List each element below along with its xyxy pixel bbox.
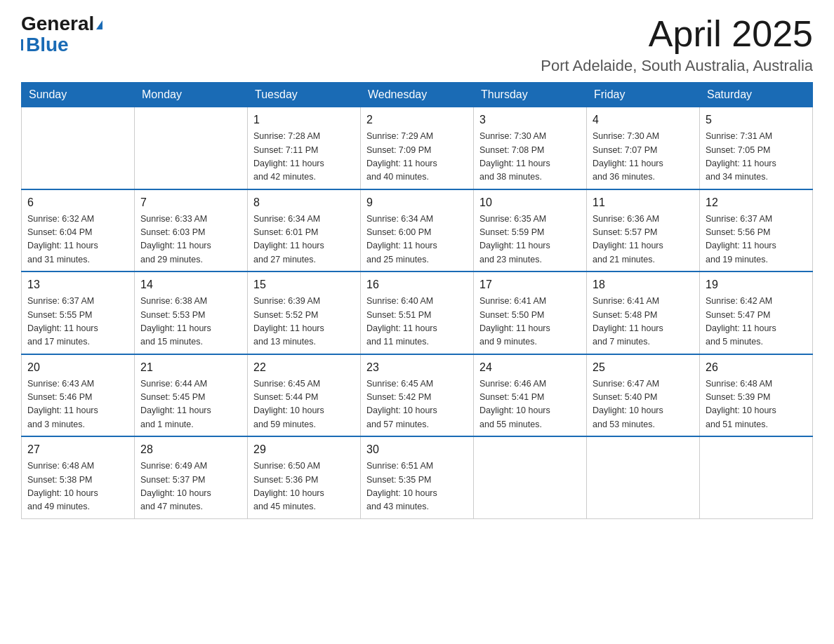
calendar-day-21: 21Sunrise: 6:44 AM Sunset: 5:45 PM Dayli… <box>135 354 248 437</box>
day-number: 5 <box>706 112 807 128</box>
day-info: Sunrise: 6:41 AM Sunset: 5:50 PM Dayligh… <box>479 295 581 349</box>
calendar-day-14: 14Sunrise: 6:38 AM Sunset: 5:53 PM Dayli… <box>135 271 248 354</box>
day-number: 1 <box>253 112 355 128</box>
logo: General Blue <box>21 14 102 56</box>
day-info: Sunrise: 7:30 AM Sunset: 7:07 PM Dayligh… <box>593 130 694 185</box>
calendar-day-7: 7Sunrise: 6:33 AM Sunset: 6:03 PM Daylig… <box>135 189 248 272</box>
weekday-header-row: SundayMondayTuesdayWednesdayThursdayFrid… <box>22 83 813 107</box>
calendar-day-26: 26Sunrise: 6:48 AM Sunset: 5:39 PM Dayli… <box>700 354 813 437</box>
day-info: Sunrise: 6:38 AM Sunset: 5:53 PM Dayligh… <box>140 295 241 349</box>
weekday-header-monday: Monday <box>135 83 248 107</box>
day-number: 12 <box>706 194 807 211</box>
day-number: 10 <box>479 194 581 211</box>
day-number: 2 <box>366 112 468 128</box>
day-number: 4 <box>593 112 694 128</box>
logo-triangle-icon <box>96 20 102 29</box>
day-info: Sunrise: 6:40 AM Sunset: 5:51 PM Dayligh… <box>366 295 468 349</box>
location-title: Port Adelaide, South Australia, Australi… <box>541 57 813 75</box>
title-block: April 2025 Port Adelaide, South Australi… <box>541 14 813 75</box>
calendar-day-28: 28Sunrise: 6:49 AM Sunset: 5:37 PM Dayli… <box>135 436 248 518</box>
calendar-day-8: 8Sunrise: 6:34 AM Sunset: 6:01 PM Daylig… <box>248 189 361 272</box>
calendar-day-15: 15Sunrise: 6:39 AM Sunset: 5:52 PM Dayli… <box>248 271 361 354</box>
calendar-day-18: 18Sunrise: 6:41 AM Sunset: 5:48 PM Dayli… <box>587 271 700 354</box>
calendar-day-24: 24Sunrise: 6:46 AM Sunset: 5:41 PM Dayli… <box>474 354 587 437</box>
calendar-day-30: 30Sunrise: 6:51 AM Sunset: 5:35 PM Dayli… <box>361 436 474 518</box>
day-info: Sunrise: 7:28 AM Sunset: 7:11 PM Dayligh… <box>253 130 355 185</box>
day-info: Sunrise: 6:49 AM Sunset: 5:37 PM Dayligh… <box>140 459 241 514</box>
day-number: 13 <box>27 276 128 293</box>
month-title: April 2025 <box>541 14 813 54</box>
day-info: Sunrise: 6:37 AM Sunset: 5:56 PM Dayligh… <box>706 213 807 267</box>
day-info: Sunrise: 6:37 AM Sunset: 5:55 PM Dayligh… <box>27 295 128 349</box>
calendar-empty-cell <box>22 107 135 189</box>
day-number: 14 <box>140 276 241 293</box>
day-info: Sunrise: 6:33 AM Sunset: 6:03 PM Dayligh… <box>140 213 241 267</box>
calendar-day-13: 13Sunrise: 6:37 AM Sunset: 5:55 PM Dayli… <box>22 271 135 354</box>
calendar-day-2: 2Sunrise: 7:29 AM Sunset: 7:09 PM Daylig… <box>361 107 474 189</box>
calendar-day-6: 6Sunrise: 6:32 AM Sunset: 6:04 PM Daylig… <box>22 189 135 272</box>
calendar-day-19: 19Sunrise: 6:42 AM Sunset: 5:47 PM Dayli… <box>700 271 813 354</box>
day-info: Sunrise: 6:32 AM Sunset: 6:04 PM Dayligh… <box>27 213 128 267</box>
day-number: 28 <box>140 441 241 458</box>
calendar-table: SundayMondayTuesdayWednesdayThursdayFrid… <box>21 82 813 519</box>
day-number: 16 <box>366 276 468 293</box>
calendar-day-23: 23Sunrise: 6:45 AM Sunset: 5:42 PM Dayli… <box>361 354 474 437</box>
logo-blue: Blue <box>26 34 69 56</box>
calendar-empty-cell <box>587 436 700 518</box>
day-info: Sunrise: 6:46 AM Sunset: 5:41 PM Dayligh… <box>479 377 581 432</box>
day-number: 15 <box>253 276 355 293</box>
weekday-header-saturday: Saturday <box>700 83 813 107</box>
day-info: Sunrise: 6:36 AM Sunset: 5:57 PM Dayligh… <box>593 213 694 267</box>
calendar-week-row: 1Sunrise: 7:28 AM Sunset: 7:11 PM Daylig… <box>22 107 813 189</box>
calendar-day-11: 11Sunrise: 6:36 AM Sunset: 5:57 PM Dayli… <box>587 189 700 272</box>
day-info: Sunrise: 6:48 AM Sunset: 5:39 PM Dayligh… <box>706 377 807 432</box>
weekday-header-sunday: Sunday <box>22 83 135 107</box>
day-info: Sunrise: 6:35 AM Sunset: 5:59 PM Dayligh… <box>479 213 581 267</box>
day-number: 26 <box>706 359 807 376</box>
calendar-day-27: 27Sunrise: 6:48 AM Sunset: 5:38 PM Dayli… <box>22 436 135 518</box>
day-info: Sunrise: 6:47 AM Sunset: 5:40 PM Dayligh… <box>593 377 694 432</box>
calendar-day-10: 10Sunrise: 6:35 AM Sunset: 5:59 PM Dayli… <box>474 189 587 272</box>
day-info: Sunrise: 6:43 AM Sunset: 5:46 PM Dayligh… <box>27 377 128 432</box>
day-number: 23 <box>366 359 468 376</box>
calendar-empty-cell <box>135 107 248 189</box>
page-header: General Blue April 2025 Port Adelaide, S… <box>21 14 813 75</box>
calendar-day-25: 25Sunrise: 6:47 AM Sunset: 5:40 PM Dayli… <box>587 354 700 437</box>
day-number: 7 <box>140 194 241 211</box>
day-number: 8 <box>253 194 355 211</box>
calendar-day-12: 12Sunrise: 6:37 AM Sunset: 5:56 PM Dayli… <box>700 189 813 272</box>
calendar-week-row: 20Sunrise: 6:43 AM Sunset: 5:46 PM Dayli… <box>22 354 813 437</box>
calendar-empty-cell <box>700 436 813 518</box>
calendar-day-17: 17Sunrise: 6:41 AM Sunset: 5:50 PM Dayli… <box>474 271 587 354</box>
day-number: 9 <box>366 194 468 211</box>
calendar-day-1: 1Sunrise: 7:28 AM Sunset: 7:11 PM Daylig… <box>248 107 361 189</box>
day-info: Sunrise: 6:39 AM Sunset: 5:52 PM Dayligh… <box>253 295 355 349</box>
calendar-day-9: 9Sunrise: 6:34 AM Sunset: 6:00 PM Daylig… <box>361 189 474 272</box>
day-info: Sunrise: 6:45 AM Sunset: 5:42 PM Dayligh… <box>366 377 468 432</box>
day-number: 19 <box>706 276 807 293</box>
day-number: 18 <box>593 276 694 293</box>
calendar-day-5: 5Sunrise: 7:31 AM Sunset: 7:05 PM Daylig… <box>700 107 813 189</box>
calendar-week-row: 6Sunrise: 6:32 AM Sunset: 6:04 PM Daylig… <box>22 189 813 272</box>
day-info: Sunrise: 6:45 AM Sunset: 5:44 PM Dayligh… <box>253 377 355 432</box>
day-number: 11 <box>593 194 694 211</box>
calendar-week-row: 27Sunrise: 6:48 AM Sunset: 5:38 PM Dayli… <box>22 436 813 518</box>
weekday-header-tuesday: Tuesday <box>248 83 361 107</box>
day-info: Sunrise: 6:34 AM Sunset: 6:00 PM Dayligh… <box>366 213 468 267</box>
day-number: 20 <box>27 359 128 376</box>
calendar-day-20: 20Sunrise: 6:43 AM Sunset: 5:46 PM Dayli… <box>22 354 135 437</box>
day-info: Sunrise: 6:44 AM Sunset: 5:45 PM Dayligh… <box>140 377 241 432</box>
day-number: 25 <box>593 359 694 376</box>
day-number: 22 <box>253 359 355 376</box>
day-number: 17 <box>479 276 581 293</box>
calendar-day-4: 4Sunrise: 7:30 AM Sunset: 7:07 PM Daylig… <box>587 107 700 189</box>
calendar-day-22: 22Sunrise: 6:45 AM Sunset: 5:44 PM Dayli… <box>248 354 361 437</box>
day-number: 6 <box>27 194 128 211</box>
calendar-day-3: 3Sunrise: 7:30 AM Sunset: 7:08 PM Daylig… <box>474 107 587 189</box>
calendar-day-29: 29Sunrise: 6:50 AM Sunset: 5:36 PM Dayli… <box>248 436 361 518</box>
day-info: Sunrise: 7:30 AM Sunset: 7:08 PM Dayligh… <box>479 130 581 185</box>
logo-general: General <box>21 14 102 34</box>
day-info: Sunrise: 6:42 AM Sunset: 5:47 PM Dayligh… <box>706 295 807 349</box>
weekday-header-friday: Friday <box>587 83 700 107</box>
calendar-empty-cell <box>474 436 587 518</box>
